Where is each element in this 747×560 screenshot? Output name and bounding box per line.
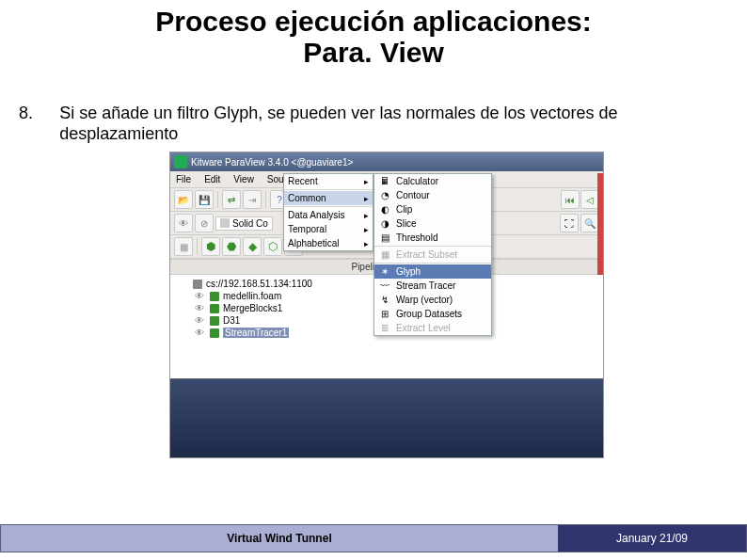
zoom-icon: 🔍 [584, 218, 596, 229]
prev-icon: ◁ [586, 195, 594, 205]
footer-right: January 21/09 [558, 525, 746, 552]
filter-threshold[interactable]: ▤Threshold [374, 231, 491, 245]
pipeline-item-label: cs://192.168.51.134:1100 [206, 279, 312, 289]
open-button[interactable]: 📂 [174, 190, 193, 209]
node-icon [210, 292, 219, 301]
save-button[interactable]: 💾 [195, 190, 214, 209]
visibility-icon[interactable]: 👁 [195, 328, 206, 338]
slide-title: Proceso ejecución aplicaciones: Para. Vi… [0, 6, 747, 68]
filter-icon: ✶ [378, 266, 391, 277]
menu-item-label: Temporal [288, 224, 326, 234]
submenu-item-label: Clip [396, 204, 412, 215]
common-submenu: 🖩Calculator◔Contour◐Clip◑Slice▤Threshold… [374, 173, 492, 336]
filter-icon: ◔ [378, 190, 391, 200]
submenu-item-label: Extract Level [396, 323, 451, 333]
menu-view[interactable]: View [233, 174, 254, 184]
node-icon [210, 328, 219, 338]
visibility-icon[interactable]: 👁 [195, 291, 206, 301]
pipeline-item-label: medellin.foam [223, 291, 281, 301]
submenu-item-label: Group Datasets [396, 309, 462, 319]
filter-extract-level: ≣Extract Level [374, 321, 491, 335]
filters-menu-item[interactable]: Recent▸ [284, 174, 373, 188]
node-icon [193, 280, 202, 289]
menu-file[interactable]: File [176, 174, 191, 184]
filter-calculator[interactable]: 🖩Calculator [374, 174, 491, 188]
filter-icon: ◐ [378, 204, 391, 215]
filter-icon: ◑ [378, 218, 391, 229]
step-text: Si se añade un filtro Glyph, se pueden v… [59, 104, 728, 144]
folder-open-icon: 📂 [178, 195, 189, 205]
first-frame-button[interactable]: ⏮ [561, 190, 580, 209]
clip-shortcut-button[interactable]: ⬣ [222, 237, 241, 256]
visibility-icon[interactable]: 👁 [195, 303, 206, 313]
submenu-item-label: Slice [396, 218, 417, 229]
menu-item-label: Common [288, 193, 326, 203]
filter-icon: ↯ [378, 295, 391, 305]
filter-icon: 🖩 [378, 176, 391, 186]
eye-icon: 👁 [179, 218, 188, 229]
filters-menu: Recent▸Common▸Data Analysis▸Temporal▸Alp… [283, 173, 374, 251]
submenu-item-label: Stream Tracer [396, 280, 455, 291]
render-view[interactable] [170, 378, 603, 457]
step-number: 8. [19, 104, 59, 144]
filters-menu-item[interactable]: Data Analysis▸ [284, 208, 373, 222]
window-title: Kitware ParaView 3.4.0 <@guaviare1> [191, 157, 353, 168]
pipeline-item-label: MergeBlocks1 [223, 303, 282, 313]
rep-button-1[interactable]: 👁 [174, 214, 193, 232]
chevron-right-icon: ▸ [364, 194, 369, 203]
connect-icon: ⇄ [228, 195, 235, 205]
pipeline-item-label: D31 [223, 315, 240, 326]
chevron-right-icon: ▸ [364, 177, 369, 186]
reset-camera-button[interactable]: ⛶ [560, 214, 579, 232]
chevron-right-icon: ▸ [364, 239, 369, 248]
menu-edit[interactable]: Edit [204, 174, 220, 184]
filters-menu-item[interactable]: Temporal▸ [284, 222, 373, 236]
threshold-shortcut-button[interactable]: ⬡ [263, 237, 282, 256]
disconnect-icon: ⇥ [248, 195, 256, 205]
filter-icon: ▦ [378, 249, 391, 260]
filter-icon: ⊞ [378, 309, 391, 319]
app-logo-icon [174, 155, 187, 168]
calc-shortcut-button[interactable]: ▦ [174, 237, 193, 256]
chevron-right-icon: ▸ [364, 225, 369, 234]
eye-off-icon: ⊘ [200, 218, 208, 229]
visibility-icon[interactable]: 👁 [195, 315, 206, 326]
submenu-item-label: Extract Subset [396, 249, 457, 260]
pipeline-item-label: StreamTracer1 [223, 328, 289, 338]
menu-item-label: Alphabetical [288, 238, 339, 248]
filters-menu-item[interactable]: Common▸ [284, 191, 373, 205]
filter-group-datasets[interactable]: ⊞Group Datasets [374, 307, 491, 321]
filter-extract-subset: ▦Extract Subset [374, 248, 491, 262]
submenu-item-label: Contour [396, 190, 430, 200]
slice-shortcut-button[interactable]: ◆ [243, 237, 262, 256]
submenu-item-label: Threshold [396, 232, 437, 243]
node-icon [210, 316, 219, 326]
chevron-right-icon: ▸ [364, 211, 369, 220]
submenu-item-label: Calculator [396, 176, 438, 186]
step-row: 8. Si se añade un filtro Glyph, se puede… [0, 104, 747, 144]
slide-footer: Virtual Wind Tunnel January 21/09 [0, 524, 747, 552]
disconnect-button[interactable]: ⇥ [243, 190, 262, 209]
contour-shortcut-button[interactable]: ⬢ [201, 237, 220, 256]
menu-item-label: Recent [288, 176, 318, 186]
filters-menu-item[interactable]: Alphabetical▸ [284, 236, 373, 250]
zoom-button[interactable]: 🔍 [580, 214, 599, 232]
filter-icon: 〰 [378, 280, 391, 291]
window-titlebar: Kitware ParaView 3.4.0 <@guaviare1> [170, 152, 603, 171]
filter-clip[interactable]: ◐Clip [374, 202, 491, 216]
filter-icon: ▤ [378, 232, 391, 243]
save-icon: 💾 [199, 195, 210, 205]
filter-slice[interactable]: ◑Slice [374, 216, 491, 231]
color-by-dropdown[interactable]: Solid Co [215, 216, 273, 231]
menu-item-label: Data Analysis [288, 210, 345, 220]
filter-glyph[interactable]: ✶Glyph [374, 264, 491, 279]
prev-frame-button[interactable]: ◁ [580, 190, 599, 209]
filter-contour[interactable]: ◔Contour [374, 188, 491, 202]
filter-icon: ≣ [378, 323, 391, 333]
connect-button[interactable]: ⇄ [222, 190, 241, 209]
filter-stream-tracer[interactable]: 〰Stream Tracer [374, 279, 491, 293]
help-icon: ? [277, 195, 282, 205]
filter-warp-vector-[interactable]: ↯Warp (vector) [374, 293, 491, 307]
rep-button-2[interactable]: ⊘ [195, 214, 214, 232]
submenu-item-label: Warp (vector) [396, 295, 453, 305]
